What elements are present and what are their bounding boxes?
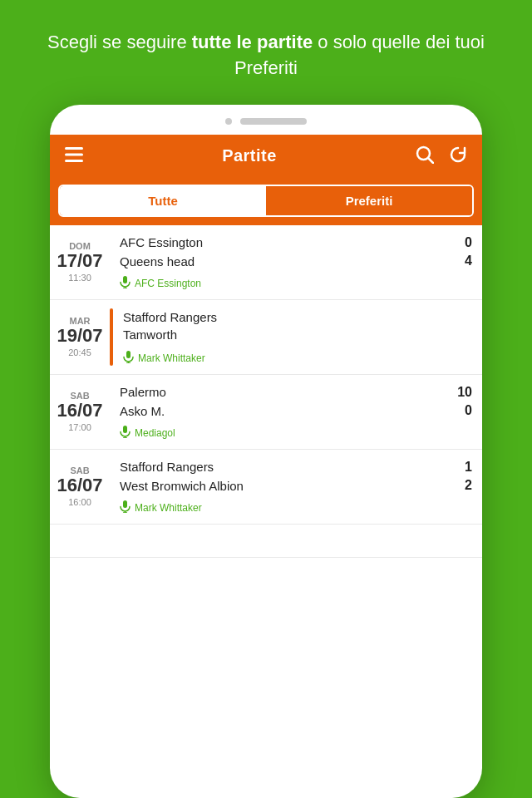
match-teams: Stafford Rangers 1 West Bromwich Albion … [120,458,472,495]
match-reporter: Mark Whittaker [123,351,472,366]
match-teams: Palermo 10 Asko M. 0 [120,383,472,421]
team-name: Queens head [120,253,195,270]
match-time: 16:00 [68,497,91,507]
phone-mockup: Partite Tutt [50,105,482,798]
match-time: 17:00 [68,422,91,432]
match-reporter: Mediagol [120,426,472,441]
svg-rect-5 [123,276,127,283]
mic-icon [120,426,131,441]
mic-icon [120,276,131,291]
search-icon[interactable] [416,145,434,167]
refresh-icon[interactable] [449,145,467,167]
match-info: Palermo 10 Asko M. 0 [110,375,482,449]
notch-bar [240,118,307,125]
svg-rect-14 [123,500,127,508]
headline-text: Scegli se seguire tutte le partite o sol… [47,32,485,78]
topbar-actions [416,145,467,167]
match-row: DOM 17/07 11:30 AFC Essington 0 Queens h… [50,225,482,300]
date-num: 19/07 [57,326,102,346]
match-date: DOM 17/07 11:30 [50,225,110,299]
team-row: AFC Essington 0 [120,234,472,252]
team-row: Stafford Rangers 1 [120,458,472,476]
reporter-name: Mark Whittaker [135,502,202,514]
svg-rect-8 [126,351,131,358]
match-reporter: AFC Essington [120,276,472,291]
headline: Scegli se seguire tutte le partite o sol… [0,0,532,105]
svg-rect-1 [65,153,83,155]
match-info [110,525,482,557]
tab-bar-inner: Tutte Preferiti [58,185,474,217]
svg-rect-0 [65,147,83,150]
match-date: SAB 16/07 16:00 [50,450,110,524]
match-list: DOM 17/07 11:30 AFC Essington 0 Queens h… [50,225,482,558]
team-row: Stafford Rangers [123,308,472,326]
match-info: Stafford Rangers Tamworth [113,300,482,374]
mic-icon [123,351,134,366]
tab-bar: Tutte Preferiti [50,178,482,225]
team-name: Asko M. [120,402,165,420]
team-score: 1 [456,458,472,476]
team-score: 0 [456,234,472,252]
match-row: MAR 19/07 20:45 Stafford Rangers Tamwort… [50,300,482,375]
date-num: 16/07 [57,475,102,495]
phone-notch [50,118,482,135]
team-name: AFC Essington [120,234,203,251]
reporter-name: AFC Essington [135,278,201,289]
team-name: Stafford Rangers [123,308,217,326]
reporter-name: Mediagol [135,427,175,439]
reporter-name: Mark Whittaker [138,352,205,364]
team-row: Asko M. 0 [120,401,472,420]
match-info: Stafford Rangers 1 West Bromwich Albion … [110,450,482,524]
team-name: Palermo [120,383,166,401]
svg-rect-2 [65,160,83,162]
match-row-partial [50,525,482,558]
app-title: Partite [222,146,277,165]
tab-preferiti[interactable]: Preferiti [266,186,472,215]
team-score: 10 [456,383,472,401]
match-row: SAB 16/07 17:00 Palermo 10 Asko M. 0 [50,375,482,450]
team-row: Palermo 10 [120,383,472,401]
match-date: SAB 16/07 17:00 [50,375,110,449]
team-name: West Bromwich Albion [120,477,244,495]
match-time: 11:30 [68,273,91,283]
team-score: 0 [456,401,472,420]
tab-tutte-label: Tutte [148,194,178,208]
svg-rect-11 [123,426,127,433]
match-row: SAB 16/07 16:00 Stafford Rangers 1 West … [50,450,482,525]
team-score: 4 [456,252,472,270]
team-score: 2 [456,476,472,495]
app-topbar: Partite [50,135,482,178]
team-row: Queens head 4 [120,252,472,270]
tab-preferiti-label: Preferiti [346,194,393,208]
team-row: West Bromwich Albion 2 [120,476,472,495]
team-row: Tamworth [123,326,472,343]
menu-icon[interactable] [65,145,83,167]
app-container: Partite Tutt [50,135,482,558]
match-info: AFC Essington 0 Queens head 4 [110,225,482,299]
notch-dot [225,118,232,125]
match-teams: Stafford Rangers Tamworth [123,308,472,346]
team-name: Stafford Rangers [120,458,214,475]
match-teams: AFC Essington 0 Queens head 4 [120,234,472,271]
svg-line-4 [428,158,433,163]
match-time: 20:45 [68,347,91,357]
team-name: Tamworth [123,326,177,343]
mic-icon [120,500,131,515]
match-date: MAR 19/07 20:45 [50,300,110,374]
match-date [50,525,110,557]
match-reporter: Mark Whittaker [120,500,472,515]
date-num: 16/07 [57,401,102,421]
date-num: 17/07 [57,251,102,271]
headline-bold: tutte le partite [192,32,313,52]
tab-tutte[interactable]: Tutte [60,186,266,215]
